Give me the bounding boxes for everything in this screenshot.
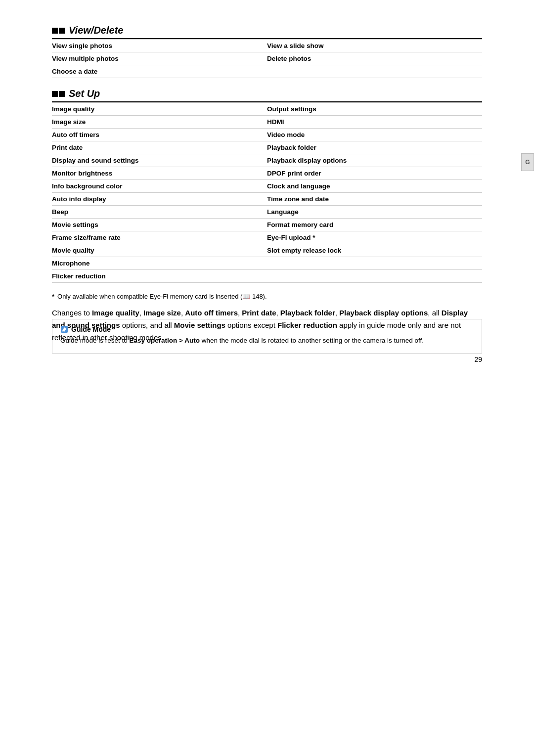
menu-item-left: Microphone (52, 257, 267, 270)
menu-item-left: Frame size/frame rate (52, 231, 267, 244)
table-row: Info background colorClock and language (52, 180, 482, 193)
set-up-table: Image qualityOutput settingsImage sizeHD… (52, 102, 482, 283)
footnote-asterisk: * (52, 293, 54, 300)
table-row: Auto off timersVideo mode (52, 129, 482, 141)
menu-item-right: Playback display options (267, 154, 482, 167)
menu-item-left: Movie settings (52, 219, 267, 231)
view-delete-section: View/Delete View single photosView a sli… (52, 25, 482, 78)
table-row: Movie settingsFormat memory card (52, 219, 482, 231)
menu-item-left: Auto info display (52, 193, 267, 206)
menu-item-left: Beep (52, 206, 267, 219)
bold-text: Image size (143, 309, 181, 317)
table-row: Flicker reduction (52, 270, 482, 283)
menu-item-right: View a slide show (267, 40, 482, 52)
table-row: View single photosView a slide show (52, 40, 482, 52)
menu-item-right: Time zone and date (267, 193, 482, 206)
view-delete-table: View single photosView a slide showView … (52, 39, 482, 78)
menu-item-right: DPOF print order (267, 167, 482, 180)
table-row: Print datePlayback folder (52, 141, 482, 154)
menu-item-left: View multiple photos (52, 52, 267, 65)
menu-item-left: Monitor brightness (52, 167, 267, 180)
menu-item-right: Output settings (267, 103, 482, 116)
note-body: Guide mode is reset to Easy operation > … (60, 336, 474, 346)
pencil-icon (60, 325, 68, 333)
bold-text: Playback folder (280, 309, 335, 317)
bold-text: Playback display options (339, 309, 428, 317)
menu-item-left: Print date (52, 141, 267, 154)
table-row: Image qualityOutput settings (52, 103, 482, 116)
table-row: Frame size/frame rateEye-Fi upload * (52, 231, 482, 244)
menu-item-left: Image size (52, 116, 267, 129)
set-up-icon (52, 91, 65, 97)
table-row: Choose a date (52, 65, 482, 78)
view-delete-heading: View/Delete (52, 25, 482, 36)
menu-item-right: Playback folder (267, 141, 482, 154)
table-row: Microphone (52, 257, 482, 270)
menu-item-right (267, 257, 482, 270)
table-row: Monitor brightnessDPOF print order (52, 167, 482, 180)
menu-item-right (267, 65, 482, 78)
table-row: BeepLanguage (52, 206, 482, 219)
bold-text: Auto off timers (185, 309, 238, 317)
menu-item-right: Delete photos (267, 52, 482, 65)
menu-item-left: Auto off timers (52, 129, 267, 141)
menu-item-right: Eye-Fi upload * (267, 231, 482, 244)
table-row: Auto info displayTime zone and date (52, 193, 482, 206)
menu-item-left: Info background color (52, 180, 267, 193)
menu-item-left: Movie quality (52, 244, 267, 257)
set-up-section: Set Up Image qualityOutput settingsImage… (52, 88, 482, 283)
footnote-text: Only available when compatible Eye-Fi me… (57, 293, 267, 300)
side-tab-label: G (525, 159, 530, 166)
page-number: 29 (474, 356, 482, 363)
menu-item-right: Format memory card (267, 219, 482, 231)
table-row: Image sizeHDMI (52, 116, 482, 129)
side-tab: G (521, 153, 534, 171)
menu-item-right: Slot empty release lock (267, 244, 482, 257)
menu-item-right: Video mode (267, 129, 482, 141)
bold-text: Image quality (92, 309, 139, 317)
note-box: Guide Mode Guide mode is reset to Easy o… (52, 319, 482, 354)
menu-item-left: Display and sound settings (52, 154, 267, 167)
table-row: View multiple photosDelete photos (52, 52, 482, 65)
menu-item-right (267, 270, 482, 283)
menu-item-right: HDMI (267, 116, 482, 129)
bold-text: Easy operation > Auto (130, 337, 200, 344)
menu-item-left: Choose a date (52, 65, 267, 78)
menu-item-left: Image quality (52, 103, 267, 116)
menu-item-left: Flicker reduction (52, 270, 267, 283)
menu-item-right: Clock and language (267, 180, 482, 193)
note-title: Guide Mode (60, 325, 474, 333)
menu-item-left: View single photos (52, 40, 267, 52)
note-title-text: Guide Mode (71, 325, 111, 333)
footnote: * Only available when compatible Eye-Fi … (52, 293, 482, 300)
view-delete-icon (52, 28, 65, 34)
menu-item-right: Language (267, 206, 482, 219)
table-row: Display and sound settingsPlayback displ… (52, 154, 482, 167)
table-row: Movie qualitySlot empty release lock (52, 244, 482, 257)
bold-text: Print date (242, 309, 276, 317)
set-up-heading: Set Up (52, 88, 482, 99)
